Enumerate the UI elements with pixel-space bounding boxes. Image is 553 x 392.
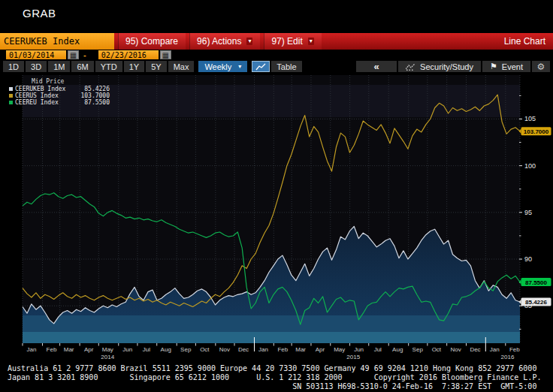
window-title: GRAB (23, 7, 56, 20)
svg-text:Jan: Jan (490, 346, 500, 353)
study-chart-icon (406, 63, 416, 71)
toolbar-spacer (322, 33, 504, 50)
chart-type-label: Line Chart (504, 33, 553, 50)
end-date-field[interactable]: 02/23/2016 (98, 50, 159, 59)
svg-text:100: 100 (524, 162, 536, 170)
chart-panel: Mid Price CEERUKEB Index 85.4226 CEERUS … (0, 73, 553, 362)
start-date-field[interactable]: 01/03/2014 (6, 50, 66, 59)
calendar-icon[interactable]: ▦ (160, 50, 171, 59)
svg-text:Mar: Mar (64, 346, 74, 353)
svg-text:103.7000: 103.7000 (524, 128, 549, 135)
price-chart[interactable]: 859095100105JanFebMarAprMayJunJulAugSepO… (0, 73, 553, 362)
svg-text:2014: 2014 (101, 354, 114, 360)
svg-text:90: 90 (524, 255, 532, 263)
svg-text:85.4226: 85.4226 (525, 299, 547, 306)
chevron-down-icon: ▾ (238, 63, 241, 70)
tab-1m[interactable]: 1M (48, 61, 70, 72)
legend-item[interactable]: CEERUS Index 103.7000 (9, 92, 110, 99)
interval-dropdown[interactable]: Weekly▾ (198, 61, 247, 72)
series-marker-icon (9, 87, 13, 91)
edit-button[interactable]: 97) Edit▾ (264, 33, 321, 50)
gear-icon: ⚙ (537, 62, 545, 72)
flag-icon: ⚑ (490, 62, 497, 71)
title-bar: GRAB (0, 0, 553, 33)
settings-button[interactable]: ⚙ (532, 61, 550, 72)
svg-text:Dec: Dec (238, 346, 249, 353)
svg-text:Aug: Aug (161, 346, 171, 353)
status-bar: Australia 61 2 9777 8600 Brazil 5511 239… (0, 362, 553, 392)
chevron-down-icon: ▾ (308, 38, 314, 45)
main-toolbar: CEERUKEB Index 95) Compare 96) Actions▾ … (0, 33, 553, 50)
series-marker-icon (9, 101, 13, 104)
line-chart-icon (255, 63, 266, 71)
svg-text:Jan: Jan (258, 346, 268, 353)
actions-button[interactable]: 96) Actions▾ (189, 33, 260, 50)
tab-5y[interactable]: 5Y (146, 61, 166, 72)
svg-text:Dec: Dec (470, 346, 480, 353)
svg-text:Oct: Oct (432, 346, 442, 353)
svg-text:Mar: Mar (295, 346, 306, 353)
event-button[interactable]: ⚑ Event (482, 61, 530, 72)
svg-text:Apr: Apr (84, 346, 94, 353)
svg-text:Jul: Jul (374, 346, 382, 353)
svg-text:Jan: Jan (27, 346, 37, 353)
svg-text:Nov: Nov (451, 346, 461, 353)
svg-text:Sep: Sep (412, 346, 424, 353)
svg-text:2016: 2016 (501, 354, 515, 360)
chart-legend: Mid Price CEERUKEB Index 85.4226 CEERUS … (9, 78, 110, 106)
svg-text:May: May (334, 346, 345, 353)
svg-text:Feb: Feb (47, 346, 57, 353)
svg-text:2015: 2015 (346, 354, 360, 360)
svg-text:Feb: Feb (277, 346, 288, 353)
svg-text:Jun: Jun (354, 346, 364, 353)
last-value-tags: 85.4226103.700087.5500 (519, 127, 551, 306)
session-info-line: SN 503113 H698-5310-0 24-Feb-16 7:38:27 … (8, 382, 553, 391)
security-ticker-field[interactable]: CEERUKEB Index (0, 33, 114, 50)
tab-3d[interactable]: 3D (26, 61, 47, 72)
svg-text:105: 105 (524, 115, 536, 122)
svg-text:Nov: Nov (219, 346, 230, 353)
calendar-icon[interactable]: ▦ (68, 50, 79, 59)
svg-text:Sep: Sep (180, 346, 192, 353)
legend-item[interactable]: CEERUKEB Index 85.4226 (9, 86, 110, 92)
svg-text:Apr: Apr (316, 346, 325, 353)
tab-max[interactable]: Max (168, 61, 195, 72)
svg-text:Aug: Aug (392, 346, 403, 353)
tab-1y[interactable]: 1Y (124, 61, 144, 72)
legend-item[interactable]: CEEREU Index 87.5500 (9, 99, 110, 106)
contact-copyright-line: Japan 81 3 3201 8900 Singapore 65 6212 1… (8, 373, 553, 382)
series-marker-icon (9, 94, 13, 98)
svg-text:May: May (102, 346, 113, 353)
svg-text:Feb: Feb (509, 346, 520, 353)
period-tab-bar: 1D 3D 1M 6M YTD 1Y 5Y Max Weekly▾ Table … (0, 60, 553, 73)
security-study-button[interactable]: Security/Study (398, 61, 481, 72)
tab-ytd[interactable]: YTD (95, 61, 122, 72)
line-chart-view-button[interactable] (252, 61, 270, 72)
tab-1d[interactable]: 1D (3, 61, 24, 72)
svg-text:Oct: Oct (200, 346, 210, 353)
legend-title: Mid Price (32, 78, 110, 85)
svg-text:Jul: Jul (143, 346, 150, 353)
date-range-row: 01/03/2014 ▦ - 02/23/2016 ▦ (0, 50, 553, 60)
date-separator: - (83, 50, 86, 59)
tab-6m[interactable]: 6M (71, 61, 93, 72)
svg-text:95: 95 (524, 209, 532, 216)
contact-numbers-line: Australia 61 2 9777 8600 Brazil 5511 239… (8, 364, 553, 373)
svg-text:87.5500: 87.5500 (525, 279, 547, 286)
table-view-button[interactable]: Table (271, 61, 301, 72)
compare-button[interactable]: 95) Compare (118, 33, 186, 50)
collapse-panel-button[interactable]: « (356, 61, 397, 72)
chevron-down-icon: ▾ (246, 38, 252, 45)
svg-text:Jun: Jun (122, 346, 132, 353)
